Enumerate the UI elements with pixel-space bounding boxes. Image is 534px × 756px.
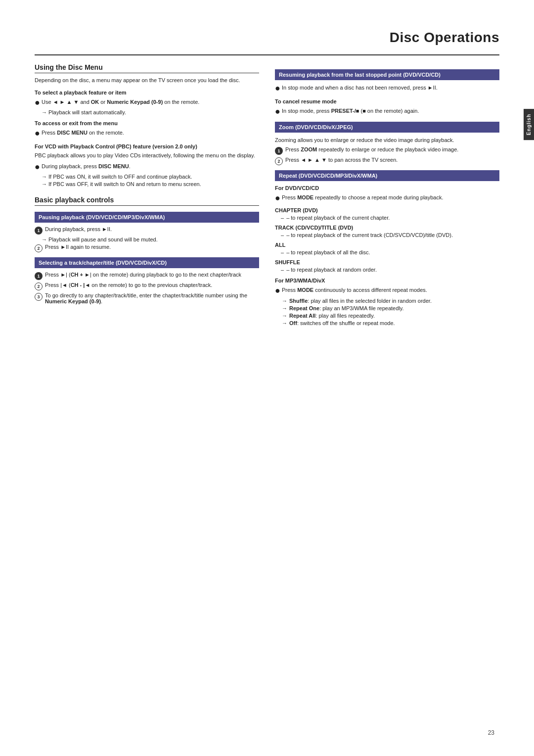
access-menu-bullets: ● Press DISC MENU on the remote.	[35, 129, 259, 139]
vcd-pbc-bullets: ● During playback, press DISC MENU. → If…	[35, 162, 259, 188]
pausing-header-box: Pausing playback (DVD/VCD/CD/MP3/DivX/WM…	[35, 212, 259, 223]
vcd-pbc-sub-2: → If PBC was OFF, it will switch to ON a…	[42, 181, 259, 187]
selecting-header-box: Selecting a track/chapter/title (DVD/VCD…	[35, 257, 259, 268]
selecting-num-2: 2 Press |◄ (CH - |◄ on the remote) to go…	[35, 282, 259, 290]
resuming-bullets: ● In stop mode and when a disc has not b…	[275, 84, 499, 94]
cancel-resume-bullet-1: ● In stop mode, press PRESET-/■ (■ on th…	[275, 107, 499, 117]
shuffle-heading: SHUFFLE	[275, 259, 499, 265]
mp3-shuffle-text: Shuffle: play all files in the selected …	[289, 298, 432, 304]
all-dash: – – to repeat playback of all the disc.	[281, 249, 499, 255]
bullet-dot-3: ●	[35, 162, 42, 172]
sel-num-3-circle: 3	[35, 293, 43, 301]
select-feature-bullets: ● Use ◄ ► ▲ ▼ and OK or Numeric Keypad (…	[35, 98, 259, 116]
pausing-num-1-sub: → Playback will pause and sound will be …	[42, 236, 259, 242]
repeat-dvd-bullet-dot: ●	[275, 193, 282, 203]
subheading-select-feature: To select a playback feature or item	[35, 90, 259, 95]
shuffle-dash-sym: –	[281, 267, 284, 273]
selecting-num-3: 3 To go directly to any chapter/track/ti…	[35, 292, 259, 304]
all-dash-sym: –	[281, 249, 284, 255]
selecting-num-1: 1 Press ►| (CH + ►| on the remote) durin…	[35, 272, 259, 280]
num-1-circle: 1	[35, 227, 43, 235]
sel-num-2-circle: 2	[35, 283, 43, 290]
selecting-num-3-text: To go directly to any chapter/track/titl…	[45, 292, 259, 304]
cancel-resume-bullets: ● In stop mode, press PRESET-/■ (■ on th…	[275, 107, 499, 117]
cancel-resume-text-1: In stop mode, press PRESET-/■ (■ on the …	[282, 107, 419, 115]
subheading-vcd-pbc: For VCD with Playback Control (PBC) feat…	[35, 143, 259, 149]
vcd-pbc-arrow-2: → If PBC was OFF, it will switch to ON a…	[42, 181, 201, 187]
shuffle-text: – to repeat playback at random order.	[286, 267, 377, 273]
repeat-dvd-bullet-1: ● Press MODE repeatedly to choose a repe…	[275, 193, 499, 203]
access-menu-bullet-1: ● Press DISC MENU on the remote.	[35, 129, 259, 139]
mp3-repeat-all-text: Repeat All: play all files repeatedly.	[289, 313, 375, 319]
resuming-bullet-dot: ●	[275, 84, 282, 94]
section-disc-menu-heading: Using the Disc Menu	[35, 63, 259, 73]
page-number: 23	[488, 729, 494, 736]
access-menu-text-1: Press DISC MENU on the remote.	[42, 129, 124, 137]
chapter-dvd-heading: CHAPTER (DVD)	[275, 207, 499, 213]
repeat-dvd-heading: For DVD/VCD/CD	[275, 185, 499, 191]
selecting-num-1-text: Press ►| (CH + ►| on the remote) during …	[45, 272, 241, 278]
right-column: Resuming playback from the last stopped …	[275, 63, 499, 329]
mp3-off-arrow: →	[282, 320, 287, 326]
chapter-dvd-dash: – – to repeat playback of the current ch…	[281, 215, 499, 221]
zoom-num-2: 2 Press ◄ ► ▲ ▼ to pan across the TV scr…	[275, 157, 499, 165]
zoom-intro: Zooming allows you to enlarge or reduce …	[275, 136, 499, 144]
zoom-num-2-circle: 2	[275, 157, 283, 165]
mp3-bullet-dot: ●	[275, 286, 282, 296]
track-heading: TRACK (CD/VCD)/TITLE (DVD)	[275, 225, 499, 231]
vcd-pbc-intro: PBC playback allows you to play Video CD…	[35, 151, 259, 160]
subheading-access-menu: To access or exit from the menu	[35, 120, 259, 126]
mp3-text-1: Press MODE continuously to access differ…	[282, 286, 427, 294]
select-feature-bullet-1: ● Use ◄ ► ▲ ▼ and OK or Numeric Keypad (…	[35, 98, 259, 108]
shuffle-dash: – – to repeat playback at random order.	[281, 267, 499, 273]
pausing-num-1: 1 During playback, press ►II.	[35, 226, 259, 235]
main-divider	[35, 54, 499, 55]
mp3-heading: For MP3/WMA/DivX	[275, 278, 499, 284]
mp3-shuffle-item: → Shuffle: play all files in the selecte…	[282, 298, 499, 304]
resuming-bullet-1: ● In stop mode and when a disc has not b…	[275, 84, 499, 94]
select-feature-text-1: Use ◄ ► ▲ ▼ and OK or Numeric Keypad (0-…	[42, 98, 199, 106]
mp3-bullet-1: ● Press MODE continuously to access diff…	[275, 286, 499, 296]
pausing-num-2-text: Press ►II again to resume.	[45, 244, 111, 250]
repeat-dvd-bullets: ● Press MODE repeatedly to choose a repe…	[275, 193, 499, 203]
zoom-num-1: 1 Press ZOOM repeatedly to enlarge or re…	[275, 146, 499, 155]
sel-num-1-circle: 1	[35, 272, 43, 280]
select-feature-arrow-1: → Playback will start automatically.	[42, 109, 126, 115]
cancel-resume-heading: To cancel resume mode	[275, 98, 499, 104]
mp3-off-item: → Off: switches off the shuffle or repea…	[282, 320, 499, 326]
repeat-dvd-text-1: Press MODE repeatedly to choose a repeat…	[282, 193, 444, 202]
english-tab: English	[524, 109, 534, 140]
mp3-bullets: ● Press MODE continuously to access diff…	[275, 286, 499, 326]
resuming-header-box: Resuming playback from the last stopped …	[275, 69, 499, 80]
section-basic-playback-heading: Basic playback controls	[35, 196, 259, 206]
resuming-text-1: In stop mode and when a disc has not bee…	[282, 84, 438, 92]
mp3-repeat-one-arrow: →	[282, 305, 287, 311]
track-dash-sym: –	[281, 232, 284, 238]
mp3-repeat-one-item: → Repeat One: play an MP3/WMA file repea…	[282, 305, 499, 311]
num-2-circle: 2	[35, 244, 43, 252]
zoom-num-1-text: Press ZOOM repeatedly to enlarge or redu…	[285, 146, 458, 152]
vcd-pbc-sub-1: → If PBC was ON, it will switch to OFF a…	[42, 174, 259, 180]
all-text: – to repeat playback of all the disc.	[286, 249, 370, 255]
section-disc-menu-intro: Depending on the disc, a menu may appear…	[35, 76, 259, 85]
all-heading: ALL	[275, 242, 499, 248]
chapter-dvd-text: – to repeat playback of the current chap…	[286, 215, 390, 221]
mp3-off-text: Off: switches off the shuffle or repeat …	[289, 320, 395, 326]
vcd-pbc-bullet-1: ● During playback, press DISC MENU.	[35, 162, 259, 172]
page: English Disc Operations Using the Disc M…	[0, 0, 534, 756]
mp3-repeat-one-text: Repeat One: play an MP3/WMA file repeate…	[289, 305, 404, 311]
chapter-dash-sym: –	[281, 215, 284, 221]
zoom-header-box: Zoom (DVD/VCD/DivX/JPEG)	[275, 122, 499, 133]
vcd-pbc-arrow-1: → If PBC was ON, it will switch to OFF a…	[42, 174, 192, 180]
select-feature-sub-1: → Playback will start automatically.	[42, 109, 259, 115]
zoom-num-2-text: Press ◄ ► ▲ ▼ to pan across the TV scree…	[285, 157, 398, 163]
mp3-shuffle-arrow: →	[282, 298, 287, 304]
track-text: – to repeat playback of the current trac…	[286, 232, 453, 238]
vcd-pbc-text-1: During playback, press DISC MENU.	[42, 162, 131, 171]
pausing-num-1-text: During playback, press ►II.	[45, 226, 112, 232]
mp3-repeat-all-arrow: →	[282, 313, 287, 319]
selecting-num-2-text: Press |◄ (CH - |◄ on the remote) to go t…	[45, 282, 212, 288]
mp3-repeat-all-item: → Repeat All: play all files repeatedly.	[282, 313, 499, 319]
track-dash: – – to repeat playback of the current tr…	[281, 232, 499, 238]
content-columns: Using the Disc Menu Depending on the dis…	[35, 63, 499, 329]
